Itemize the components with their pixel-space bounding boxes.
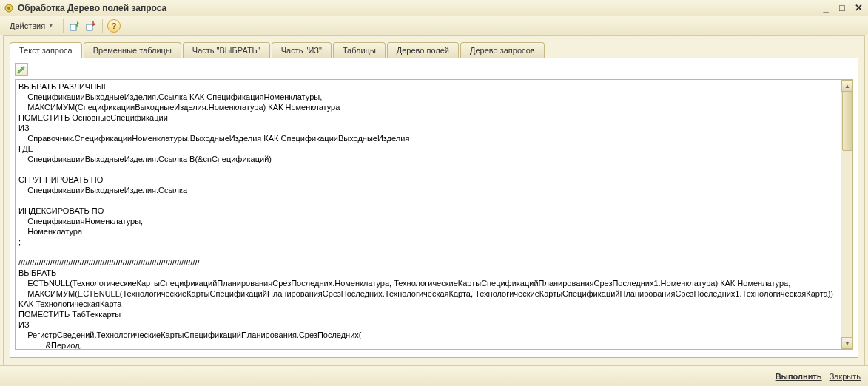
vertical-scrollbar[interactable]: ▲ ▼ (841, 80, 852, 349)
footer: Выполнить Закрыть (0, 365, 868, 386)
tab-from-part[interactable]: Часть "ИЗ" (272, 42, 332, 58)
app-icon (3, 2, 15, 14)
window-controls: _ □ ✕ (819, 2, 865, 14)
query-text-view[interactable]: ВЫБРАТЬ РАЗЛИЧНЫЕ СпецификацииВыходныеИз… (16, 80, 841, 349)
actions-menu-button[interactable]: Действия ▼ (4, 18, 58, 33)
content-area: Текст запроса Временные таблицы Часть "В… (3, 35, 865, 365)
window-title: Обработка Дерево полей запроса (18, 3, 819, 13)
toolbar-separator (102, 19, 103, 33)
tab-query-tree[interactable]: Дерево запросов (460, 42, 545, 58)
close-button[interactable]: ✕ (852, 2, 865, 14)
tab-temp-tables[interactable]: Временные таблицы (84, 42, 181, 58)
export-icon[interactable] (84, 19, 98, 33)
import-icon[interactable] (68, 19, 81, 33)
svg-point-1 (7, 7, 10, 10)
help-icon[interactable]: ? (107, 19, 121, 33)
scroll-down-button[interactable]: ▼ (841, 337, 853, 349)
tab-field-tree[interactable]: Дерево полей (387, 42, 459, 58)
scroll-up-button[interactable]: ▲ (841, 80, 853, 92)
maximize-button[interactable]: □ (835, 2, 849, 14)
close-link[interactable]: Закрыть (830, 372, 861, 381)
tab-query-text[interactable]: Текст запроса (10, 42, 82, 58)
tab-panel: ВЫБРАТЬ РАЗЛИЧНЫЕ СпецификацииВыходныеИз… (10, 58, 858, 358)
minimize-button[interactable]: _ (819, 2, 832, 14)
query-text-container: ВЫБРАТЬ РАЗЛИЧНЫЕ СпецификацииВыходныеИз… (15, 79, 853, 350)
panel-toolbar (15, 63, 853, 76)
svg-rect-2 (70, 24, 76, 30)
main-toolbar: Действия ▼ ? (0, 16, 868, 35)
tab-select-part[interactable]: Часть "ВЫБРАТЬ" (183, 42, 270, 58)
tabs-row: Текст запроса Временные таблицы Часть "В… (10, 42, 858, 58)
execute-button[interactable]: Выполнить (776, 372, 822, 381)
edit-button[interactable] (15, 63, 28, 76)
svg-rect-4 (87, 24, 92, 30)
actions-label: Действия (10, 21, 45, 30)
scroll-thumb[interactable] (842, 92, 852, 151)
window-titlebar: Обработка Дерево полей запроса _ □ ✕ (0, 0, 868, 16)
toolbar-separator (63, 19, 64, 33)
tab-tables[interactable]: Таблицы (333, 42, 386, 58)
chevron-down-icon: ▼ (48, 23, 53, 28)
